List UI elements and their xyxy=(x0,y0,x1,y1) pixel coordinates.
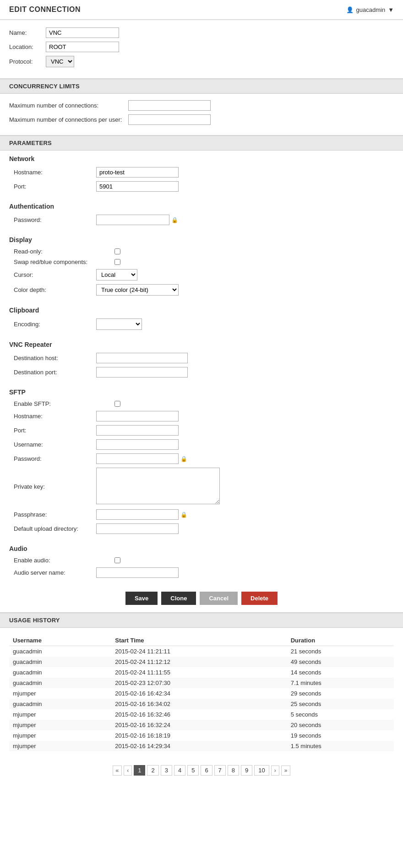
name-label: Name: xyxy=(9,29,46,36)
encoding-row: Encoding: xyxy=(9,318,394,330)
table-row: mjumper2015-02-16 16:32:465 seconds xyxy=(9,709,394,720)
location-input[interactable] xyxy=(46,42,119,52)
usage-history-section-header: USAGE HISTORY xyxy=(0,613,403,628)
sftp-username-row: Username: xyxy=(9,439,394,450)
sftp-password-row: Password: 🔒 xyxy=(9,453,394,464)
user-menu[interactable]: 👤 guacadmin ▼ xyxy=(346,6,394,13)
dest-port-row: Destination port: xyxy=(9,367,394,377)
dest-host-input[interactable] xyxy=(96,353,188,363)
sftp-port-row: Port: xyxy=(9,425,394,436)
page-button-1[interactable]: 1 xyxy=(134,765,145,776)
readonly-checkbox[interactable] xyxy=(114,248,120,254)
cursor-select[interactable]: Local Remote xyxy=(96,269,137,280)
audio-server-input[interactable] xyxy=(96,567,179,578)
color-depth-row: Color depth: True color (24-bit) Low col… xyxy=(9,284,394,296)
table-row: mjumper2015-02-16 14:29:341.5 minutes xyxy=(9,741,394,751)
clone-button[interactable]: Clone xyxy=(161,592,196,605)
auth-password-input[interactable] xyxy=(96,215,169,225)
history-header-row: Username Start Time Duration xyxy=(9,635,394,646)
port-input[interactable] xyxy=(96,181,179,192)
table-row: mjumper2015-02-16 16:42:3429 seconds xyxy=(9,688,394,699)
save-button[interactable]: Save xyxy=(125,592,158,605)
authentication-subsection: Authentication Password: 🔒 xyxy=(0,198,403,232)
location-row: Location: xyxy=(9,42,394,52)
encoding-label: Encoding: xyxy=(14,321,96,328)
first-page-button[interactable]: « xyxy=(113,766,122,776)
encoding-select[interactable] xyxy=(96,318,142,330)
concurrency-area: Maximum number of connections: Maximum n… xyxy=(0,94,403,135)
location-label: Location: xyxy=(9,43,46,50)
protocol-select[interactable]: VNC xyxy=(46,56,74,67)
table-row: guacadmin2015-02-24 11:12:1249 seconds xyxy=(9,657,394,667)
sftp-private-key-label: Private key: xyxy=(14,483,96,490)
user-icon: 👤 xyxy=(346,6,354,13)
enable-audio-row: Enable audio: xyxy=(9,557,394,564)
sftp-port-input[interactable] xyxy=(96,425,179,436)
readonly-row: Read-only: xyxy=(9,248,394,255)
enable-sftp-checkbox[interactable] xyxy=(114,401,120,407)
delete-button[interactable]: Delete xyxy=(241,592,278,605)
sftp-passphrase-row: Passphrase: 🔒 xyxy=(9,509,394,520)
display-title: Display xyxy=(9,236,394,243)
clipboard-title: Clipboard xyxy=(9,307,394,314)
page-button-9[interactable]: 9 xyxy=(241,765,252,776)
hostname-input[interactable] xyxy=(96,167,179,178)
swap-checkbox[interactable] xyxy=(114,259,120,265)
swap-row: Swap red/blue components: xyxy=(9,259,394,265)
max-per-user-label: Maximum number of connections per user: xyxy=(9,116,128,123)
vnc-repeater-subsection: VNC Repeater Destination host: Destinati… xyxy=(0,336,403,384)
page-button-3[interactable]: 3 xyxy=(161,765,172,776)
history-area: Username Start Time Duration guacadmin20… xyxy=(0,628,403,759)
dest-host-row: Destination host: xyxy=(9,353,394,363)
name-input[interactable] xyxy=(46,27,119,38)
enable-audio-checkbox[interactable] xyxy=(114,557,120,563)
page-button-8[interactable]: 8 xyxy=(228,765,239,776)
auth-title: Authentication xyxy=(9,203,394,210)
col-start-time: Start Time xyxy=(111,635,287,646)
sftp-private-key-textarea[interactable] xyxy=(96,468,220,504)
page-title: EDIT CONNECTION xyxy=(9,5,81,14)
col-username: Username xyxy=(9,635,111,646)
port-row: Port: xyxy=(9,181,394,192)
username-label: guacadmin xyxy=(356,6,386,13)
table-row: guacadmin2015-02-24 11:11:5514 seconds xyxy=(9,667,394,678)
sftp-hostname-input[interactable] xyxy=(96,411,179,421)
cursor-row: Cursor: Local Remote xyxy=(9,269,394,280)
page-button-2[interactable]: 2 xyxy=(147,765,158,776)
dest-port-input[interactable] xyxy=(96,367,188,377)
page-button-4[interactable]: 4 xyxy=(174,765,185,776)
parameters-section-header: PARAMETERS xyxy=(0,135,403,151)
name-row: Name: xyxy=(9,27,394,38)
auth-password-label: Password: xyxy=(14,216,96,223)
readonly-label: Read-only: xyxy=(14,248,114,255)
sftp-lock-icon: 🔒 xyxy=(180,456,187,462)
sftp-password-input[interactable] xyxy=(96,453,179,464)
prev-page-button[interactable]: ‹ xyxy=(124,766,132,776)
sftp-hostname-label: Hostname: xyxy=(14,413,96,420)
sftp-hostname-row: Hostname: xyxy=(9,411,394,421)
pagination: « ‹ 1 2 3 4 5 6 7 8 9 10 › » xyxy=(0,759,403,782)
next-page-button[interactable]: › xyxy=(271,766,279,776)
sftp-passphrase-input[interactable] xyxy=(96,509,179,520)
page-button-6[interactable]: 6 xyxy=(201,765,212,776)
vnc-repeater-title: VNC Repeater xyxy=(9,341,394,348)
color-depth-select[interactable]: True color (24-bit) Low color (8-bit) 16… xyxy=(96,284,179,296)
page-button-7[interactable]: 7 xyxy=(214,765,226,776)
sftp-title: SFTP xyxy=(9,388,394,396)
last-page-button[interactable]: » xyxy=(281,766,291,776)
page-button-5[interactable]: 5 xyxy=(187,765,199,776)
sftp-port-label: Port: xyxy=(14,427,96,434)
page-button-10[interactable]: 10 xyxy=(254,765,269,776)
dropdown-arrow-icon: ▼ xyxy=(388,6,394,13)
sftp-private-key-row: Private key: xyxy=(9,468,394,506)
network-subsection: Network Hostname: Port: xyxy=(0,151,403,198)
sftp-upload-dir-input[interactable] xyxy=(96,523,179,534)
sftp-username-input[interactable] xyxy=(96,439,179,450)
table-row: mjumper2015-02-16 16:32:2420 seconds xyxy=(9,720,394,730)
protocol-label: Protocol: xyxy=(9,58,46,65)
hostname-row: Hostname: xyxy=(9,167,394,178)
max-per-user-input[interactable] xyxy=(128,114,211,125)
max-connections-input[interactable] xyxy=(128,100,211,111)
sftp-passphrase-lock-icon: 🔒 xyxy=(180,512,187,518)
cancel-button[interactable]: Cancel xyxy=(200,592,238,605)
